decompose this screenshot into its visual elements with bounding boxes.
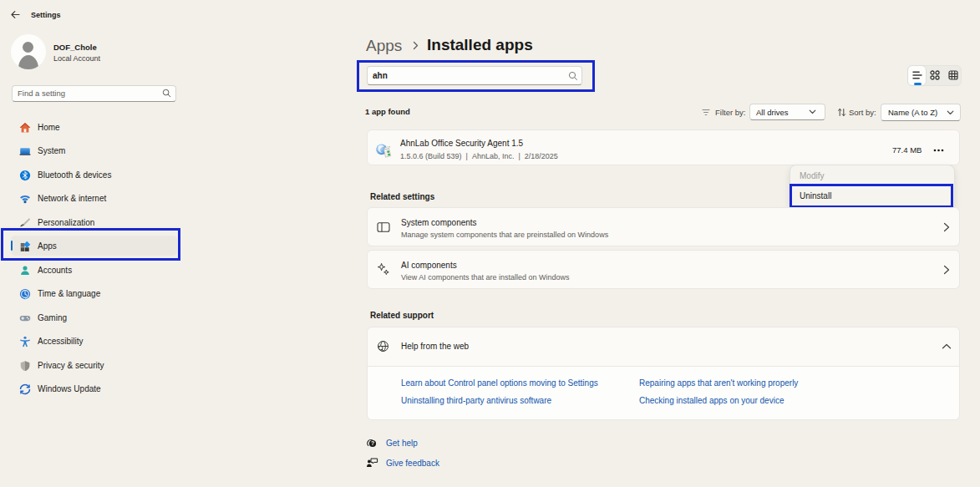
svg-text:?: ? — [371, 440, 374, 446]
